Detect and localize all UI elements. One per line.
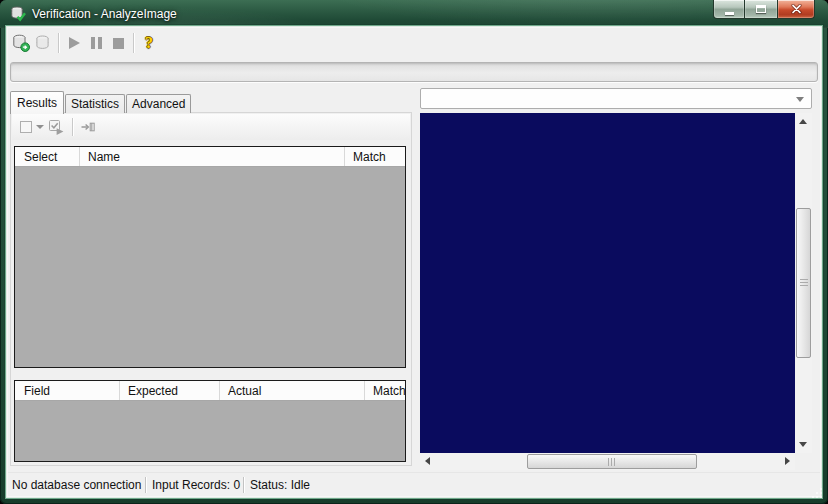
help-icon: ?: [145, 35, 153, 51]
vertical-scrollbar[interactable]: [795, 113, 812, 453]
progress-bar: [10, 62, 818, 82]
column-header-match[interactable]: Match: [345, 147, 405, 166]
scroll-right-icon[interactable]: [785, 457, 790, 465]
window-title: Verification - AnalyzeImage: [32, 7, 177, 21]
minimize-icon: [725, 12, 734, 15]
stop-button[interactable]: [107, 32, 129, 54]
window-controls: [713, 0, 815, 19]
results-tab-page: Select Name Match Field Expected Actual …: [10, 112, 412, 466]
tab-advanced[interactable]: Advanced: [126, 94, 191, 113]
column-header-name[interactable]: Name: [80, 147, 345, 166]
disconnect-database-button[interactable]: [32, 32, 54, 54]
image-canvas: [420, 113, 795, 453]
column-header-select[interactable]: Select: [15, 147, 80, 166]
details-table: Field Expected Actual Match: [14, 380, 406, 462]
horizontal-scrollbar[interactable]: [420, 453, 795, 470]
select-rows-dropdown-button[interactable]: [18, 116, 46, 138]
help-button[interactable]: ?: [138, 32, 160, 54]
database-disconnect-icon: [34, 34, 52, 52]
column-header-expected[interactable]: Expected: [120, 381, 220, 400]
scrollbar-grip-icon: [800, 279, 808, 287]
run-button[interactable]: [63, 32, 85, 54]
minimize-button[interactable]: [713, 0, 745, 19]
stop-icon: [113, 38, 124, 49]
status-connection: No database connection: [8, 478, 145, 492]
column-header-match[interactable]: Match: [365, 381, 405, 400]
results-table: Select Name Match: [14, 146, 406, 368]
chevron-down-icon: [796, 97, 804, 102]
check-apply-icon: [48, 119, 65, 136]
scroll-down-icon[interactable]: [799, 442, 807, 447]
resize-grip-icon[interactable]: [812, 488, 824, 500]
toolbar-separator: [58, 33, 59, 53]
pause-icon: [91, 37, 102, 49]
status-input-records: Input Records: 0: [146, 478, 243, 492]
tab-strip: Results Statistics Advanced: [10, 90, 192, 113]
scrollbar-grip-icon: [608, 458, 616, 466]
image-selector-combobox[interactable]: [420, 88, 812, 109]
scroll-up-icon[interactable]: [799, 119, 807, 124]
close-button[interactable]: [777, 0, 815, 19]
database-check-icon: [10, 6, 26, 22]
tab-results[interactable]: Results: [10, 91, 64, 114]
apply-selection-button[interactable]: [46, 116, 67, 138]
status-bar: No database connection Input Records: 0 …: [8, 472, 820, 496]
title-bar[interactable]: Verification - AnalyzeImage: [0, 0, 828, 28]
image-viewer: [420, 113, 812, 470]
main-toolbar: ?: [8, 28, 820, 58]
scrollbar-corner: [795, 453, 812, 470]
client-area: ? Results Statistics Advanced: [8, 28, 820, 496]
tab-statistics[interactable]: Statistics: [65, 94, 125, 113]
send-to-button[interactable]: [78, 116, 98, 138]
maximize-icon: [756, 5, 766, 13]
play-icon: [69, 37, 80, 49]
results-toolbar: [12, 114, 410, 140]
connect-database-button[interactable]: [10, 32, 32, 54]
chevron-down-icon: [36, 125, 44, 129]
toolbar-separator: [72, 118, 73, 136]
maximize-button[interactable]: [745, 0, 777, 19]
status-state: Status: Idle: [244, 478, 310, 492]
column-header-field[interactable]: Field: [15, 381, 120, 400]
checkbox-icon: [20, 121, 32, 133]
toolbar-separator: [133, 33, 134, 53]
pause-button[interactable]: [85, 32, 107, 54]
results-table-header: Select Name Match: [15, 147, 405, 167]
details-table-header: Field Expected Actual Match: [15, 381, 405, 401]
send-to-icon: [80, 119, 96, 135]
horizontal-scrollbar-thumb[interactable]: [527, 454, 697, 469]
column-header-actual[interactable]: Actual: [220, 381, 365, 400]
app-window: Verification - AnalyzeImage: [0, 0, 828, 504]
close-icon: [791, 4, 802, 14]
scroll-left-icon[interactable]: [425, 457, 430, 465]
database-connect-icon: [12, 34, 30, 52]
vertical-scrollbar-thumb[interactable]: [796, 208, 811, 358]
